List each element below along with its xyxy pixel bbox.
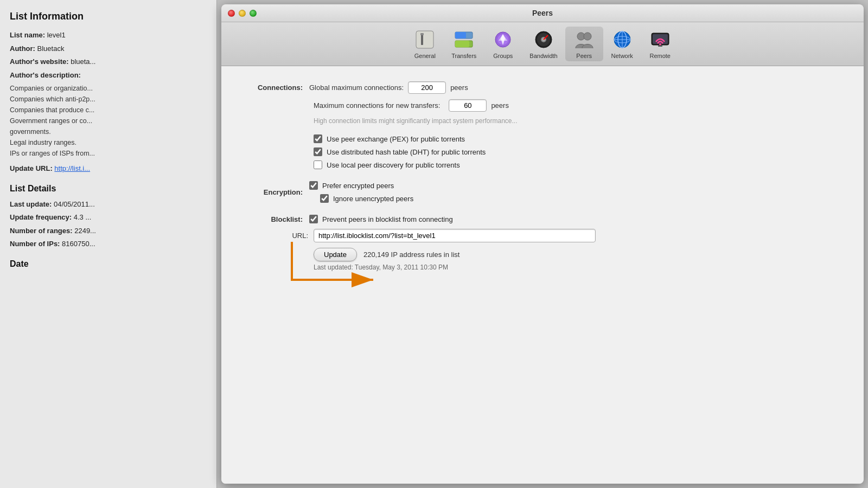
close-button[interactable] xyxy=(228,10,235,17)
update-freq-row: Update frequency: 4.3 ... xyxy=(10,212,207,223)
desc-line-6: Legal industry ranges. xyxy=(10,137,207,148)
author-desc-row: Author's description: xyxy=(10,70,207,81)
prefer-encrypted-checkbox[interactable] xyxy=(309,181,318,190)
update-freq-label: Update frequency: xyxy=(10,213,72,221)
desc-line-1: Companies or organizatio... xyxy=(10,83,207,94)
update-url-label: Update URL: xyxy=(10,164,53,172)
toolbar-item-peers[interactable]: Peers xyxy=(565,27,603,61)
ignore-unencrypted-checkbox[interactable] xyxy=(320,194,329,203)
connections-label: Connections: xyxy=(243,84,303,92)
blocklist-label: Blocklist: xyxy=(243,215,303,223)
new-transfers-unit: peers xyxy=(491,101,509,110)
list-name-value: level1 xyxy=(47,31,66,39)
blocklist-row: Blocklist: Prevent peers in blocklist fr… xyxy=(243,215,842,223)
left-panel: List Information List name: level1 Autho… xyxy=(0,0,217,488)
pex-label[interactable]: Use peer exchange (PEX) for public torre… xyxy=(327,135,465,143)
peers-label: Peers xyxy=(576,53,592,59)
update-row: Update 220,149 IP address rules in list xyxy=(314,248,842,261)
pex-checkbox[interactable] xyxy=(314,134,322,143)
prevent-peers-label[interactable]: Prevent peers in blocklist from connecti… xyxy=(322,215,453,223)
update-freq-value: 4.3 ... xyxy=(74,213,92,221)
dht-label[interactable]: Use distributed hash table (DHT) for pub… xyxy=(327,148,486,156)
num-ips-row: Number of IPs: 8160750... xyxy=(10,239,207,249)
url-label: URL: xyxy=(243,232,308,240)
author-row: Author: Bluetack xyxy=(10,43,207,54)
encryption-label: Encryption: xyxy=(243,188,303,196)
transfers-icon xyxy=(453,29,475,50)
num-ranges-value: 2249... xyxy=(74,227,96,235)
content-area: Connections: Global maximum connections:… xyxy=(221,66,864,484)
svg-rect-1 xyxy=(421,34,423,45)
svg-rect-6 xyxy=(455,41,469,47)
local-peer-row: Use local peer discovery for public torr… xyxy=(314,160,842,169)
dht-checkbox[interactable] xyxy=(314,147,322,156)
toolbar-item-network[interactable]: Network xyxy=(603,27,641,61)
network-icon xyxy=(611,29,633,50)
author-desc-label: Author's description: xyxy=(10,71,81,79)
prevent-peers-checkbox[interactable] xyxy=(309,215,318,223)
desc-line-2: Companies which anti-p2p... xyxy=(10,94,207,105)
ignore-unencrypted-label[interactable]: Ignore unencrypted peers xyxy=(333,195,413,203)
global-max-text: Global maximum connections: xyxy=(309,84,404,92)
desc-line-5: governments. xyxy=(10,126,207,137)
last-updated-text: Last updated: Tuesday, May 3, 2011 10:30… xyxy=(314,264,842,271)
maximize-button[interactable] xyxy=(250,10,257,17)
main-window: Peers General xyxy=(221,4,864,484)
list-info-title: List Information xyxy=(10,11,207,22)
last-update-label: Last update: xyxy=(10,200,52,208)
url-row: URL: xyxy=(243,229,842,242)
global-max-input[interactable] xyxy=(408,81,446,94)
num-ips-value: 8160750... xyxy=(62,240,95,248)
ignore-unencrypted-row: Ignore unencrypted peers xyxy=(320,194,413,203)
prevent-peers-row: Prevent peers in blocklist from connecti… xyxy=(309,215,453,223)
encryption-section: Encryption: Prefer encrypted peers Ignor… xyxy=(243,181,842,203)
desc-line-7: IPs or ranges of ISPs from... xyxy=(10,148,207,159)
svg-rect-4 xyxy=(455,32,466,38)
title-bar: Peers xyxy=(221,4,864,22)
svg-rect-2 xyxy=(420,33,424,35)
peers-icon xyxy=(573,29,595,50)
remote-icon xyxy=(649,29,671,50)
num-ips-label: Number of IPs: xyxy=(10,240,60,248)
global-max-row: Connections: Global maximum connections:… xyxy=(243,81,842,94)
transfers-label: Transfers xyxy=(451,53,476,59)
toolbar-item-groups[interactable]: Groups xyxy=(484,27,522,61)
local-peer-checkbox[interactable] xyxy=(314,160,322,169)
bandwidth-icon xyxy=(533,29,554,50)
toolbar-item-remote[interactable]: Remote xyxy=(641,27,679,61)
author-label: Author: xyxy=(10,44,35,53)
url-input[interactable] xyxy=(314,229,596,242)
list-details-title: List Details xyxy=(10,184,207,194)
dht-row: Use distributed hash table (DHT) for pub… xyxy=(314,147,842,156)
desc-line-4: Government ranges or co... xyxy=(10,115,207,126)
pex-row: Use peer exchange (PEX) for public torre… xyxy=(314,134,842,143)
new-transfers-input[interactable] xyxy=(449,99,487,112)
peer-checkboxes-section: Use peer exchange (PEX) for public torre… xyxy=(243,134,842,169)
update-button[interactable]: Update xyxy=(314,248,357,261)
update-url-value[interactable]: http://list.i... xyxy=(54,164,90,172)
local-peer-label[interactable]: Use local peer discovery for public torr… xyxy=(327,161,460,169)
list-name-row: List name: level1 xyxy=(10,30,207,41)
num-ranges-row: Number of ranges: 2249... xyxy=(10,226,207,236)
connections-section: Connections: Global maximum connections:… xyxy=(243,81,842,125)
toolbar-item-general[interactable]: General xyxy=(406,27,444,61)
update-info: 220,149 IP address rules in list xyxy=(363,251,460,259)
minimize-button[interactable] xyxy=(239,10,246,17)
prefer-encrypted-row: Prefer encrypted peers xyxy=(309,181,413,190)
svg-rect-26 xyxy=(658,45,662,47)
svg-point-17 xyxy=(584,33,591,40)
num-ranges-label: Number of ranges: xyxy=(10,227,73,235)
author-website-row: Author's website: blueta... xyxy=(10,56,207,67)
update-url-row: Update URL: http://list.i... xyxy=(10,163,207,174)
author-website-value: blueta... xyxy=(71,57,95,66)
prefer-encrypted-label[interactable]: Prefer encrypted peers xyxy=(322,182,394,190)
desc-line-3: Companies that produce c... xyxy=(10,105,207,115)
network-label: Network xyxy=(611,53,633,59)
toolbar-item-bandwidth[interactable]: Bandwidth xyxy=(522,27,565,61)
remote-label: Remote xyxy=(649,53,671,59)
window-title: Peers xyxy=(532,9,553,17)
general-icon xyxy=(414,29,436,50)
general-label: General xyxy=(414,53,436,59)
toolbar-item-transfers[interactable]: Transfers xyxy=(444,27,484,61)
description-text: Companies or organizatio... Companies wh… xyxy=(10,83,207,159)
